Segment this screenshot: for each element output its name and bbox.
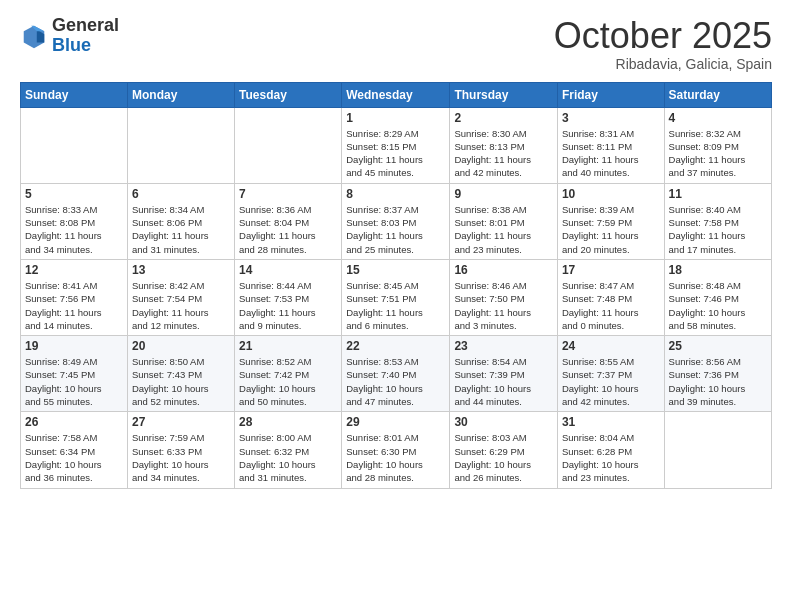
- table-row: 2Sunrise: 8:30 AM Sunset: 8:13 PM Daylig…: [450, 107, 558, 183]
- table-row: 11Sunrise: 8:40 AM Sunset: 7:58 PM Dayli…: [664, 183, 771, 259]
- table-row: 22Sunrise: 8:53 AM Sunset: 7:40 PM Dayli…: [342, 336, 450, 412]
- table-row: 19Sunrise: 8:49 AM Sunset: 7:45 PM Dayli…: [21, 336, 128, 412]
- table-row: 20Sunrise: 8:50 AM Sunset: 7:43 PM Dayli…: [127, 336, 234, 412]
- day-number: 10: [562, 187, 660, 201]
- day-info: Sunrise: 8:44 AM Sunset: 7:53 PM Dayligh…: [239, 279, 337, 332]
- table-row: 23Sunrise: 8:54 AM Sunset: 7:39 PM Dayli…: [450, 336, 558, 412]
- day-info: Sunrise: 8:32 AM Sunset: 8:09 PM Dayligh…: [669, 127, 767, 180]
- day-info: Sunrise: 8:04 AM Sunset: 6:28 PM Dayligh…: [562, 431, 660, 484]
- day-number: 27: [132, 415, 230, 429]
- table-row: 17Sunrise: 8:47 AM Sunset: 7:48 PM Dayli…: [557, 259, 664, 335]
- day-info: Sunrise: 8:03 AM Sunset: 6:29 PM Dayligh…: [454, 431, 553, 484]
- day-info: Sunrise: 8:33 AM Sunset: 8:08 PM Dayligh…: [25, 203, 123, 256]
- day-number: 19: [25, 339, 123, 353]
- day-info: Sunrise: 8:41 AM Sunset: 7:56 PM Dayligh…: [25, 279, 123, 332]
- col-sunday: Sunday: [21, 82, 128, 107]
- day-info: Sunrise: 8:50 AM Sunset: 7:43 PM Dayligh…: [132, 355, 230, 408]
- table-row: [664, 412, 771, 488]
- day-number: 8: [346, 187, 445, 201]
- table-row: [235, 107, 342, 183]
- table-row: 24Sunrise: 8:55 AM Sunset: 7:37 PM Dayli…: [557, 336, 664, 412]
- title-block: October 2025 Ribadavia, Galicia, Spain: [554, 16, 772, 72]
- day-number: 12: [25, 263, 123, 277]
- day-number: 15: [346, 263, 445, 277]
- day-info: Sunrise: 8:54 AM Sunset: 7:39 PM Dayligh…: [454, 355, 553, 408]
- day-info: Sunrise: 8:39 AM Sunset: 7:59 PM Dayligh…: [562, 203, 660, 256]
- day-number: 13: [132, 263, 230, 277]
- table-row: 4Sunrise: 8:32 AM Sunset: 8:09 PM Daylig…: [664, 107, 771, 183]
- day-number: 20: [132, 339, 230, 353]
- day-number: 6: [132, 187, 230, 201]
- day-number: 18: [669, 263, 767, 277]
- day-info: Sunrise: 8:36 AM Sunset: 8:04 PM Dayligh…: [239, 203, 337, 256]
- day-info: Sunrise: 8:56 AM Sunset: 7:36 PM Dayligh…: [669, 355, 767, 408]
- day-number: 7: [239, 187, 337, 201]
- header: General Blue October 2025 Ribadavia, Gal…: [20, 16, 772, 72]
- header-row: Sunday Monday Tuesday Wednesday Thursday…: [21, 82, 772, 107]
- table-row: 30Sunrise: 8:03 AM Sunset: 6:29 PM Dayli…: [450, 412, 558, 488]
- day-info: Sunrise: 8:52 AM Sunset: 7:42 PM Dayligh…: [239, 355, 337, 408]
- day-number: 31: [562, 415, 660, 429]
- table-row: 21Sunrise: 8:52 AM Sunset: 7:42 PM Dayli…: [235, 336, 342, 412]
- table-row: 10Sunrise: 8:39 AM Sunset: 7:59 PM Dayli…: [557, 183, 664, 259]
- table-row: 14Sunrise: 8:44 AM Sunset: 7:53 PM Dayli…: [235, 259, 342, 335]
- month-title: October 2025: [554, 16, 772, 56]
- table-row: 6Sunrise: 8:34 AM Sunset: 8:06 PM Daylig…: [127, 183, 234, 259]
- table-row: 29Sunrise: 8:01 AM Sunset: 6:30 PM Dayli…: [342, 412, 450, 488]
- day-info: Sunrise: 8:29 AM Sunset: 8:15 PM Dayligh…: [346, 127, 445, 180]
- day-number: 11: [669, 187, 767, 201]
- table-row: [127, 107, 234, 183]
- day-number: 16: [454, 263, 553, 277]
- table-row: 28Sunrise: 8:00 AM Sunset: 6:32 PM Dayli…: [235, 412, 342, 488]
- day-number: 3: [562, 111, 660, 125]
- table-row: 15Sunrise: 8:45 AM Sunset: 7:51 PM Dayli…: [342, 259, 450, 335]
- day-number: 14: [239, 263, 337, 277]
- calendar-week-row: 12Sunrise: 8:41 AM Sunset: 7:56 PM Dayli…: [21, 259, 772, 335]
- col-saturday: Saturday: [664, 82, 771, 107]
- calendar-week-row: 1Sunrise: 8:29 AM Sunset: 8:15 PM Daylig…: [21, 107, 772, 183]
- logo-text: General Blue: [52, 16, 119, 56]
- calendar-week-row: 5Sunrise: 8:33 AM Sunset: 8:08 PM Daylig…: [21, 183, 772, 259]
- table-row: 27Sunrise: 7:59 AM Sunset: 6:33 PM Dayli…: [127, 412, 234, 488]
- col-friday: Friday: [557, 82, 664, 107]
- table-row: [21, 107, 128, 183]
- table-row: 9Sunrise: 8:38 AM Sunset: 8:01 PM Daylig…: [450, 183, 558, 259]
- col-tuesday: Tuesday: [235, 82, 342, 107]
- day-info: Sunrise: 8:00 AM Sunset: 6:32 PM Dayligh…: [239, 431, 337, 484]
- day-number: 23: [454, 339, 553, 353]
- table-row: 1Sunrise: 8:29 AM Sunset: 8:15 PM Daylig…: [342, 107, 450, 183]
- day-info: Sunrise: 8:30 AM Sunset: 8:13 PM Dayligh…: [454, 127, 553, 180]
- day-number: 30: [454, 415, 553, 429]
- table-row: 13Sunrise: 8:42 AM Sunset: 7:54 PM Dayli…: [127, 259, 234, 335]
- table-row: 8Sunrise: 8:37 AM Sunset: 8:03 PM Daylig…: [342, 183, 450, 259]
- day-number: 29: [346, 415, 445, 429]
- day-number: 4: [669, 111, 767, 125]
- location-subtitle: Ribadavia, Galicia, Spain: [554, 56, 772, 72]
- day-info: Sunrise: 8:01 AM Sunset: 6:30 PM Dayligh…: [346, 431, 445, 484]
- table-row: 25Sunrise: 8:56 AM Sunset: 7:36 PM Dayli…: [664, 336, 771, 412]
- calendar-week-row: 19Sunrise: 8:49 AM Sunset: 7:45 PM Dayli…: [21, 336, 772, 412]
- day-info: Sunrise: 8:34 AM Sunset: 8:06 PM Dayligh…: [132, 203, 230, 256]
- day-number: 25: [669, 339, 767, 353]
- day-info: Sunrise: 8:37 AM Sunset: 8:03 PM Dayligh…: [346, 203, 445, 256]
- day-info: Sunrise: 8:31 AM Sunset: 8:11 PM Dayligh…: [562, 127, 660, 180]
- logo-icon: [20, 22, 48, 50]
- logo: General Blue: [20, 16, 119, 56]
- day-info: Sunrise: 8:45 AM Sunset: 7:51 PM Dayligh…: [346, 279, 445, 332]
- table-row: 16Sunrise: 8:46 AM Sunset: 7:50 PM Dayli…: [450, 259, 558, 335]
- day-info: Sunrise: 7:59 AM Sunset: 6:33 PM Dayligh…: [132, 431, 230, 484]
- day-number: 24: [562, 339, 660, 353]
- day-info: Sunrise: 8:40 AM Sunset: 7:58 PM Dayligh…: [669, 203, 767, 256]
- day-number: 5: [25, 187, 123, 201]
- table-row: 12Sunrise: 8:41 AM Sunset: 7:56 PM Dayli…: [21, 259, 128, 335]
- day-info: Sunrise: 8:38 AM Sunset: 8:01 PM Dayligh…: [454, 203, 553, 256]
- calendar-page: General Blue October 2025 Ribadavia, Gal…: [0, 0, 792, 612]
- day-info: Sunrise: 8:42 AM Sunset: 7:54 PM Dayligh…: [132, 279, 230, 332]
- table-row: 18Sunrise: 8:48 AM Sunset: 7:46 PM Dayli…: [664, 259, 771, 335]
- logo-blue-text: Blue: [52, 36, 119, 56]
- day-info: Sunrise: 8:55 AM Sunset: 7:37 PM Dayligh…: [562, 355, 660, 408]
- day-number: 9: [454, 187, 553, 201]
- day-info: Sunrise: 8:47 AM Sunset: 7:48 PM Dayligh…: [562, 279, 660, 332]
- col-wednesday: Wednesday: [342, 82, 450, 107]
- day-number: 28: [239, 415, 337, 429]
